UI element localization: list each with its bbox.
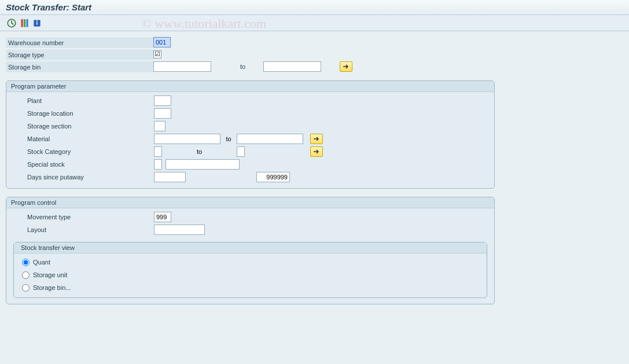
page-title: Stock Transfer: Start [0,0,629,15]
warehouse-number-label: Warehouse number [6,36,153,48]
storage-bin-label: Storage bin [6,61,153,72]
movement-type-label: Movement type [11,211,154,223]
storage-section-label: Storage section [11,120,154,132]
stock-transfer-view-group: Stock transfer view Quant Storage unit S… [13,242,487,298]
material-to-input[interactable] [237,134,303,144]
days-to-input[interactable] [256,172,290,182]
stock-category-from-input[interactable] [154,146,162,157]
radio-storage-unit-label: Storage unit [33,271,67,278]
plant-label: Plant [11,95,154,106]
svg-rect-2 [24,19,25,27]
stock-transfer-view-title: Stock transfer view [14,242,487,253]
radio-storage-unit[interactable]: Storage unit [14,269,487,281]
storage-section-input[interactable] [154,121,165,131]
stock-category-multiselect-button[interactable] [310,146,323,157]
variant-button[interactable] [19,17,30,29]
movement-type-input[interactable] [154,212,171,222]
storage-bin-multiselect-button[interactable] [340,61,352,72]
material-multiselect-button[interactable] [310,134,323,144]
program-control-title: Program control [6,197,494,208]
storage-bin-to-input[interactable] [263,61,321,72]
execute-button[interactable] [6,17,17,29]
storage-location-input[interactable] [154,108,171,119]
radio-storage-bin-label: Storage bin... [33,284,71,291]
program-control-group: Program control Movement type Layout Sto… [6,197,495,304]
radio-storage-bin-input[interactable] [22,284,30,292]
program-parameter-title: Program parameter [6,81,494,92]
material-label: Material [11,133,154,145]
radio-storage-bin[interactable]: Storage bin... [14,281,487,294]
svg-rect-3 [26,19,28,27]
radio-quant[interactable]: Quant [14,256,487,269]
radio-storage-unit-input[interactable] [22,271,30,279]
info-button[interactable]: i [31,17,43,29]
special-stock-value-input[interactable] [165,159,240,170]
layout-label: Layout [11,224,154,236]
days-since-putaway-label: Days since putaway [11,171,154,183]
stock-category-to-input[interactable] [237,146,245,157]
storage-location-label: Storage location [11,108,154,119]
to-label: to [220,135,237,142]
storage-bin-from-input[interactable] [153,61,211,72]
special-stock-code-input[interactable] [154,159,162,170]
radio-quant-label: Quant [33,259,50,266]
layout-input[interactable] [154,225,205,235]
to-label: to [240,63,263,70]
to-label: to [162,148,237,155]
plant-input[interactable] [154,95,171,106]
svg-rect-1 [21,19,23,27]
main-content: Warehouse number Storage type ☑ Storage … [0,31,629,309]
toolbar: i [0,15,629,31]
storage-type-label: Storage type [6,49,153,60]
radio-quant-input[interactable] [22,259,30,266]
program-parameter-group: Program parameter Plant Storage location… [6,80,495,189]
warehouse-number-input[interactable] [153,37,171,47]
svg-text:i: i [36,20,38,26]
special-stock-label: Special stock [11,159,154,170]
days-from-input[interactable] [154,172,186,182]
storage-type-checkbox[interactable]: ☑ [153,50,161,58]
stock-category-label: Stock Category [11,146,154,157]
material-from-input[interactable] [154,134,220,144]
